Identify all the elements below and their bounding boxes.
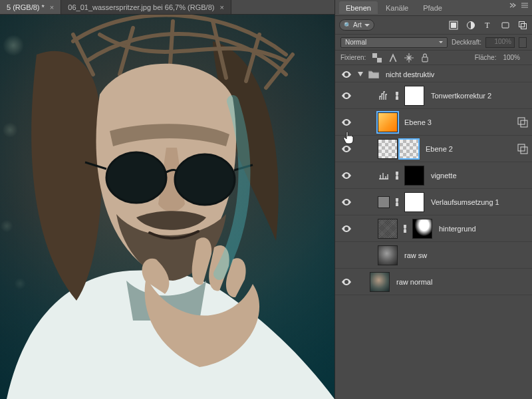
visibility-toggle[interactable] [342,119,351,126]
filter-adjustment-icon[interactable] [466,20,476,31]
layer-name[interactable]: Ebene 2 [426,145,513,153]
svg-rect-10 [377,58,382,63]
visibility-toggle[interactable] [342,279,351,285]
layer-mask-thumbnail[interactable] [404,86,424,106]
folder-icon [368,70,379,78]
opacity-value[interactable]: 100% [485,37,515,48]
lock-position-icon[interactable] [404,53,414,63]
layer-name[interactable]: Verlaufsumsetzung 1 [431,198,528,206]
svg-rect-6 [502,23,509,28]
fill-value[interactable]: 100% [503,54,520,61]
disclosure-triangle-icon[interactable] [358,70,364,78]
svg-point-1 [175,154,235,205]
mask-link-icon[interactable] [394,91,400,100]
layer-filter-label: Art [353,21,362,29]
layer-thumbnail[interactable] [378,112,398,132]
svg-rect-13 [521,120,527,127]
panel-collapse-icon[interactable] [508,2,517,9]
filter-shape-icon[interactable] [500,20,511,31]
document-tab-label: 06_01_wasserspritzer.jpg bei 66,7% (RGB/… [68,3,214,11]
svg-rect-14 [518,144,525,151]
layer-row[interactable]: Tonwertkorrektur 2 [335,82,532,109]
adjustment-icon [378,170,390,182]
search-icon: 🔍 [344,22,351,29]
visibility-toggle[interactable] [342,92,351,99]
layer-thumbnail[interactable] [378,245,398,265]
layers-toolbar: 🔍 Art T [335,16,532,35]
layer-name[interactable]: hintergrund [439,225,528,233]
layer-row[interactable]: vignette [335,162,532,189]
document-tab[interactable]: 06_01_wasserspritzer.jpg bei 66,7% (RGB/… [61,0,231,14]
blend-mode-value: Normal [345,39,366,46]
layer-row[interactable]: Verlaufsumsetzung 1 [335,189,532,215]
blend-mode-dropdown[interactable]: Normal [340,37,448,48]
layer-name[interactable]: Tonwertkorrektur 2 [431,92,528,100]
tab-paths[interactable]: Pfade [416,1,449,14]
layer-thumbnail[interactable] [378,139,398,159]
svg-rect-7 [519,21,525,27]
svg-point-0 [106,152,166,203]
levels-adjustment-icon [378,90,390,102]
svg-rect-15 [521,147,527,154]
layer-filter-dropdown[interactable]: 🔍 Art [339,19,374,31]
visibility-toggle[interactable] [342,71,351,78]
lock-all-icon[interactable] [420,53,430,63]
opacity-label: Deckkraft: [452,39,481,46]
layer-row[interactable]: hintergrund [335,215,532,242]
layers-panel: Ebenen Kanäle Pfade 🔍 Art T Normal Deckk… [334,0,532,399]
photo-content [0,15,334,399]
layer-name[interactable]: raw sw [404,251,528,259]
layer-thumbnail[interactable] [378,219,398,239]
document-tab[interactable]: 5 (RGB/8) * × [0,0,61,14]
opacity-stepper[interactable] [519,37,527,48]
panel-tab-bar: Ebenen Kanäle Pfade [335,0,532,16]
layer-row[interactable]: Ebene 3 [335,109,532,136]
close-icon[interactable]: × [50,3,54,11]
layer-name[interactable]: nicht destruktiv [386,70,528,78]
blend-mode-row: Normal Deckkraft: 100% [335,35,532,51]
lock-label: Fixieren: [340,54,366,61]
mask-link-icon[interactable] [402,224,408,233]
layer-mask-thumbnail[interactable] [404,192,424,212]
lock-pixels-icon[interactable] [388,53,398,63]
layer-list: nicht destruktiv Tonwertkorrektur 2 Eben… [335,66,532,399]
tab-layers[interactable]: Ebenen [339,1,378,14]
smart-object-icon [517,117,528,128]
tab-channels[interactable]: Kanäle [379,1,415,14]
layer-name[interactable]: vignette [431,172,528,180]
layer-name[interactable]: raw normal [396,278,528,286]
document-canvas[interactable] [0,15,334,399]
close-icon[interactable]: × [219,3,223,11]
gradient-map-icon [378,196,390,208]
mask-link-icon[interactable] [394,198,400,207]
visibility-toggle[interactable] [342,172,351,179]
svg-rect-3 [451,23,456,28]
layer-mask-thumbnail[interactable] [404,166,424,186]
svg-text:T: T [485,21,490,30]
panel-menu-icon[interactable] [520,2,529,9]
svg-rect-12 [518,118,525,124]
visibility-toggle[interactable] [342,199,351,205]
filter-type-icon[interactable]: T [483,20,493,31]
layer-row[interactable]: raw sw [335,242,532,269]
visibility-toggle[interactable] [342,225,351,232]
svg-rect-9 [372,53,377,58]
filter-pixel-icon[interactable] [448,20,459,31]
layer-row[interactable]: Ebene 2 [335,136,532,162]
layer-name[interactable]: Ebene 3 [404,118,513,126]
layer-thumbnail[interactable] [370,272,390,292]
lock-transparency-icon[interactable] [372,53,382,63]
document-tab-label: 5 (RGB/8) * [7,3,45,11]
fill-label: Fläche: [475,54,497,61]
layer-group-row[interactable]: nicht destruktiv [335,66,532,82]
lock-row: Fixieren: Fläche: 100% [335,51,532,65]
layer-row[interactable]: raw normal [335,269,532,295]
svg-rect-11 [422,57,428,61]
filter-smartobject-icon[interactable] [517,20,528,31]
layer-mask-thumbnail[interactable] [399,139,419,159]
visibility-toggle[interactable] [342,146,351,152]
svg-rect-8 [521,23,527,29]
smart-object-icon [517,144,528,154]
layer-mask-thumbnail[interactable] [412,219,432,239]
mask-link-icon[interactable] [394,171,400,180]
